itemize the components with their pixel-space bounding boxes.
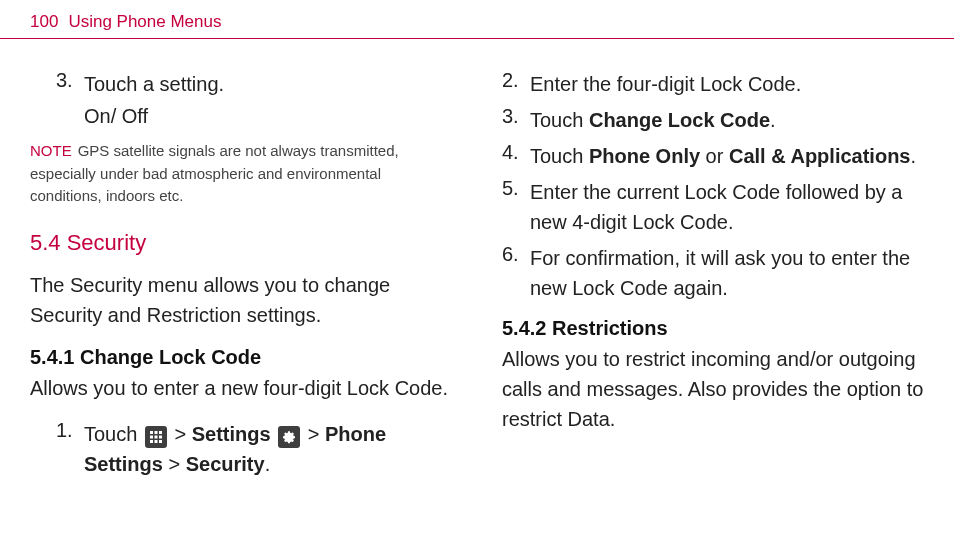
list-text: Enter the current Lock Code followed by … [530,177,924,237]
list-number: 4. [502,141,530,164]
page-number: 100 [30,12,58,32]
text-change-lock-code: Change Lock Code [589,109,770,131]
svg-rect-3 [150,435,153,438]
paragraph: Allows you to enter a new four-digit Loc… [30,373,452,403]
page-header: 100 Using Phone Menus [0,0,954,39]
list-text: Touch Change Lock Code. [530,105,776,135]
list-item: 1. Touch > Settings > Phone Settings > S… [30,419,452,479]
text-settings: Settings [192,423,271,445]
list-item: 3. Touch a setting. [30,69,452,99]
paragraph: The Security menu allows you to change S… [30,270,452,330]
text-fragment: . [265,453,271,475]
text-fragment: . [770,109,776,131]
right-column: 2. Enter the four-digit Lock Code. 3. To… [502,69,924,485]
list-item: 5. Enter the current Lock Code followed … [502,177,924,237]
note-block: NOTEGPS satellite signals are not always… [30,140,452,208]
text-security: Security [186,453,265,475]
svg-rect-5 [159,435,162,438]
list-text: Enter the four-digit Lock Code. [530,69,801,99]
option-on-off: On/ Off [30,105,452,128]
text-fragment: > [163,453,186,475]
list-item: 3. Touch Change Lock Code. [502,105,924,135]
text-phone-only: Phone Only [589,145,700,167]
svg-rect-7 [154,440,157,443]
list-text: Touch > Settings > Phone Settings > Secu… [84,419,452,479]
paragraph: Allows you to restrict incoming and/or o… [502,344,924,434]
list-text: For confirmation, it will ask you to ent… [530,243,924,303]
text-fragment: or [700,145,729,167]
list-item: 4. Touch Phone Only or Call & Applicatio… [502,141,924,171]
list-number: 5. [502,177,530,200]
svg-rect-1 [154,431,157,434]
subheading-change-lock-code: 5.4.1 Change Lock Code [30,346,452,369]
note-text: GPS satellite signals are not always tra… [30,142,399,204]
list-item: 6. For confirmation, it will ask you to … [502,243,924,303]
list-number: 3. [502,105,530,128]
text-fragment: Touch [84,423,143,445]
text-fragment: > [169,423,192,445]
page-title: Using Phone Menus [68,12,221,32]
text-fragment [271,423,277,445]
gear-icon [278,426,300,448]
left-column: 3. Touch a setting. On/ Off NOTEGPS sate… [30,69,452,485]
svg-rect-2 [159,431,162,434]
svg-rect-6 [150,440,153,443]
section-heading-security: 5.4 Security [30,230,452,256]
svg-rect-4 [154,435,157,438]
list-number: 1. [56,419,84,442]
list-item: 2. Enter the four-digit Lock Code. [502,69,924,99]
svg-rect-8 [159,440,162,443]
text-fragment: Touch [530,145,589,167]
list-number: 2. [502,69,530,92]
list-number: 6. [502,243,530,266]
list-text: Touch a setting. [84,69,224,99]
list-number: 3. [56,69,84,92]
text-fragment: Touch [530,109,589,131]
subheading-restrictions: 5.4.2 Restrictions [502,317,924,340]
text-call-applications: Call & Applications [729,145,911,167]
note-label: NOTE [30,142,72,159]
text-fragment: . [910,145,916,167]
svg-rect-0 [150,431,153,434]
apps-grid-icon [145,426,167,448]
list-text: Touch Phone Only or Call & Applications. [530,141,916,171]
text-fragment: > [302,423,325,445]
